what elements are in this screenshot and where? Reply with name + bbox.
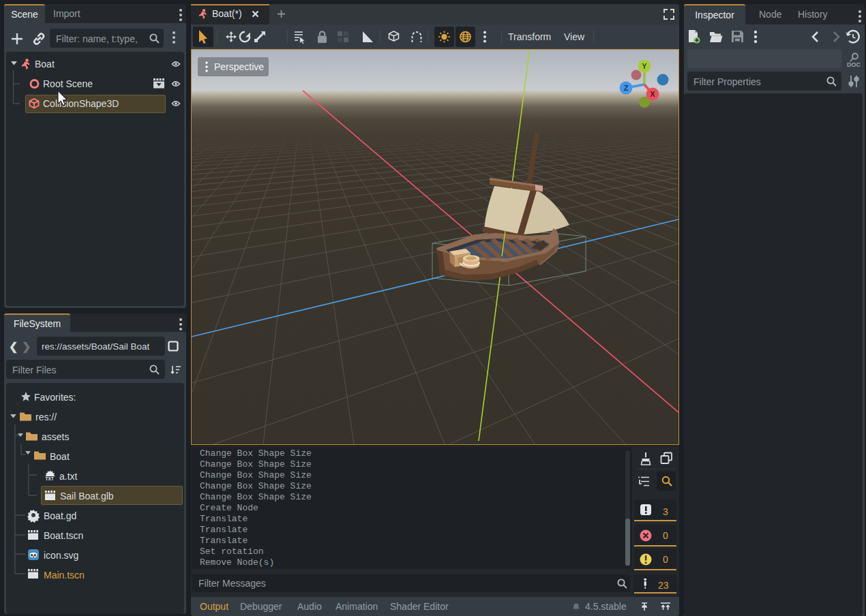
svg-text:Y: Y — [642, 62, 647, 70]
svg-text:Boat: Boat — [35, 59, 55, 70]
svg-text:CollisionShape3D: CollisionShape3D — [43, 98, 119, 109]
svg-text:DOC: DOC — [847, 61, 861, 68]
svg-text:Perspective: Perspective — [214, 61, 264, 72]
svg-text:Sail Boat.glb: Sail Boat.glb — [60, 491, 114, 502]
svg-text:X: X — [650, 90, 655, 98]
svg-text:TXT: TXT — [46, 476, 54, 481]
svg-text:Main.tscn: Main.tscn — [44, 570, 85, 581]
svg-text:0: 0 — [663, 530, 668, 541]
svg-text:0: 0 — [663, 554, 668, 565]
svg-text:3: 3 — [663, 506, 668, 517]
svg-text:icon.svg: icon.svg — [44, 550, 78, 561]
svg-text:assets: assets — [42, 431, 69, 442]
svg-text:Boat: Boat — [50, 451, 70, 462]
svg-text:Root Scene: Root Scene — [43, 78, 93, 89]
svg-text:Z: Z — [624, 84, 629, 92]
svg-text:Boat.gd: Boat.gd — [44, 510, 76, 521]
svg-text:Favorites:: Favorites: — [34, 392, 76, 403]
svg-text:Boat.tscn: Boat.tscn — [44, 530, 83, 541]
svg-text:res://: res:// — [35, 412, 57, 422]
svg-text:23: 23 — [658, 580, 669, 591]
svg-text:a.txt: a.txt — [59, 471, 78, 482]
